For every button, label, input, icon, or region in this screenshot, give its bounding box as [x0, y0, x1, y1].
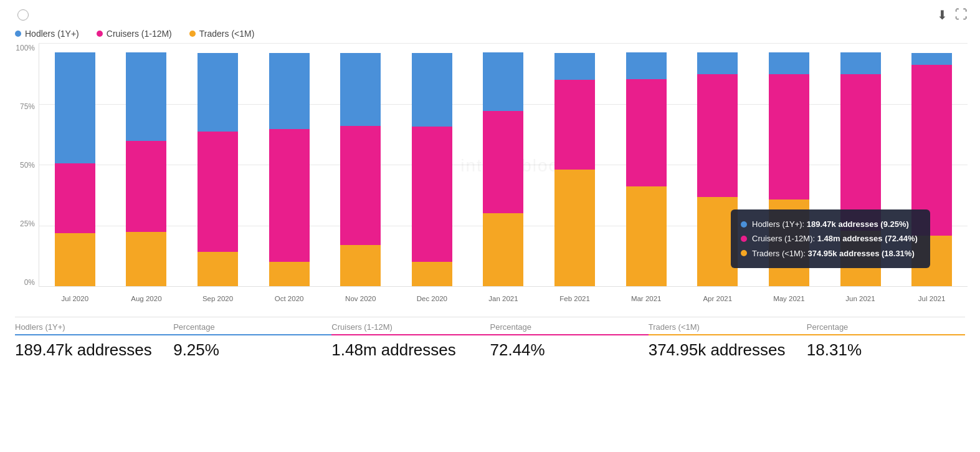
stat-value-col-cruisers-pct: 72.44%: [490, 340, 649, 360]
bar-label: Sep 2020: [202, 295, 233, 302]
bar-segment-traders: [769, 200, 809, 286]
bar-segment-cruisers: [769, 74, 809, 200]
chart-legend: Hodlers (1Y+) Cruisers (1-12M) Traders (…: [12, 29, 968, 39]
bar-stack[interactable]: [626, 52, 667, 286]
bar-segment-traders: [697, 197, 738, 286]
stats-row: Hodlers (1Y+)PercentageCruisers (1-12M)P…: [15, 322, 965, 338]
chart-area: 0%25%50%75%100% ⬡ intotheblock Jul 2020A…: [12, 44, 968, 305]
y-label: 25%: [12, 219, 39, 228]
bar-stack[interactable]: [911, 53, 952, 286]
bar-segment-traders: [911, 236, 952, 286]
bar-stack[interactable]: [126, 52, 166, 286]
bar-segment-hodlers: [483, 52, 523, 111]
stats-values-row: 189.47k addresses9.25%1.48m addresses72.…: [15, 340, 965, 360]
bar-stack[interactable]: [554, 53, 595, 286]
bar-segment-cruisers: [197, 132, 238, 252]
bar-label: Oct 2020: [275, 295, 304, 302]
bar-label: Jan 2021: [488, 295, 518, 302]
bar-label: Apr 2021: [703, 295, 732, 302]
bar-group[interactable]: Jul 2021: [896, 44, 968, 286]
help-icon[interactable]: [17, 9, 29, 21]
bar-label: Mar 2021: [631, 295, 662, 302]
stat-header-label: Percentage: [173, 322, 331, 335]
legend-item-hodlers: Hodlers (1Y+): [15, 29, 79, 39]
bar-segment-traders: [412, 262, 452, 286]
stat-header-label: Cruisers (1-12M): [331, 322, 490, 335]
bar-group[interactable]: Nov 2020: [325, 44, 396, 286]
bar-group[interactable]: Oct 2020: [254, 44, 325, 286]
bar-stack[interactable]: [269, 53, 310, 286]
bar-segment-cruisers: [412, 127, 452, 262]
header-actions: ⬇ ⛶: [937, 7, 968, 22]
bar-segment-traders: [840, 231, 881, 286]
stat-value: 72.44%: [490, 340, 649, 360]
bar-segment-traders: [126, 232, 166, 286]
bar-group[interactable]: Jun 2021: [825, 44, 897, 286]
stat-value: 374.95k addresses: [649, 340, 807, 360]
bar-segment-traders: [554, 170, 595, 286]
y-label: 75%: [12, 102, 39, 111]
bar-stack[interactable]: [769, 52, 809, 286]
bar-segment-hodlers: [911, 53, 952, 65]
chart-bars: ⬡ intotheblock Jul 2020Aug 2020Sep 2020O…: [39, 44, 968, 287]
legend-label-traders: Traders (<1M): [199, 29, 255, 39]
bar-stack[interactable]: [483, 52, 523, 286]
bar-segment-hodlers: [840, 52, 881, 74]
bar-stack[interactable]: [55, 52, 95, 286]
bar-group[interactable]: Mar 2021: [611, 44, 682, 286]
download-button[interactable]: ⬇: [937, 7, 948, 22]
stat-header-col-hodlers-addr: Hodlers (1Y+): [15, 322, 173, 338]
stat-header-col-hodlers-pct: Percentage: [173, 322, 331, 338]
bar-label: Jul 2020: [62, 295, 88, 302]
stats-section: Hodlers (1Y+)PercentageCruisers (1-12M)P…: [12, 317, 968, 360]
legend-item-traders: Traders (<1M): [189, 29, 255, 39]
stats-divider: [15, 317, 965, 317]
bar-group[interactable]: Jul 2020: [39, 44, 111, 286]
y-label: 100%: [12, 44, 39, 52]
stat-header-col-traders-addr: Traders (<1M): [649, 322, 807, 338]
stat-value-col-hodlers-addr: 189.47k addresses: [15, 340, 173, 360]
bar-label: Feb 2021: [559, 295, 590, 302]
legend-label-hodlers: Hodlers (1Y+): [25, 29, 79, 39]
bar-stack[interactable]: [840, 52, 881, 286]
bar-label: Nov 2020: [345, 295, 376, 302]
stat-header-label: Hodlers (1Y+): [15, 322, 173, 335]
legend-dot-hodlers: [15, 31, 21, 37]
bar-segment-traders: [197, 252, 238, 286]
bar-segment-cruisers: [626, 79, 667, 186]
stat-value-col-traders-addr: 374.95k addresses: [649, 340, 807, 360]
bar-segment-traders: [269, 262, 310, 286]
bar-segment-traders: [626, 186, 667, 286]
bar-label: May 2021: [773, 295, 805, 302]
bar-group[interactable]: Feb 2021: [539, 44, 611, 286]
stat-value: 1.48m addresses: [331, 340, 490, 360]
bar-group[interactable]: May 2021: [753, 44, 825, 286]
bar-stack[interactable]: [340, 53, 381, 286]
bar-stack[interactable]: [412, 53, 452, 286]
bar-segment-traders: [483, 213, 523, 286]
bar-segment-hodlers: [554, 53, 595, 80]
stat-header-col-cruisers-addr: Cruisers (1-12M): [331, 322, 490, 338]
stat-header-col-traders-pct: Percentage: [807, 322, 965, 338]
bar-segment-cruisers: [840, 74, 881, 231]
bar-segment-cruisers: [911, 65, 952, 236]
bar-segment-cruisers: [55, 163, 95, 233]
legend-item-cruisers: Cruisers (1-12M): [97, 29, 172, 39]
bar-stack[interactable]: [697, 52, 738, 286]
bar-group[interactable]: Apr 2021: [682, 44, 753, 286]
stat-value-col-cruisers-addr: 1.48m addresses: [331, 340, 490, 360]
bar-group[interactable]: Sep 2020: [182, 44, 254, 286]
bar-group[interactable]: Dec 2020: [396, 44, 468, 286]
legend-dot-cruisers: [97, 31, 103, 37]
bar-stack[interactable]: [197, 53, 238, 286]
bar-segment-cruisers: [697, 74, 738, 197]
stat-header-col-cruisers-pct: Percentage: [490, 322, 649, 338]
legend-label-cruisers: Cruisers (1-12M): [107, 29, 172, 39]
fullscreen-button[interactable]: ⛶: [955, 7, 968, 22]
bar-group[interactable]: Jan 2021: [468, 44, 540, 286]
stat-value-col-traders-pct: 18.31%: [807, 340, 965, 360]
bar-segment-cruisers: [126, 141, 166, 232]
bar-segment-hodlers: [269, 53, 310, 129]
bar-group[interactable]: Aug 2020: [111, 44, 183, 286]
bar-label: Dec 2020: [417, 295, 447, 302]
